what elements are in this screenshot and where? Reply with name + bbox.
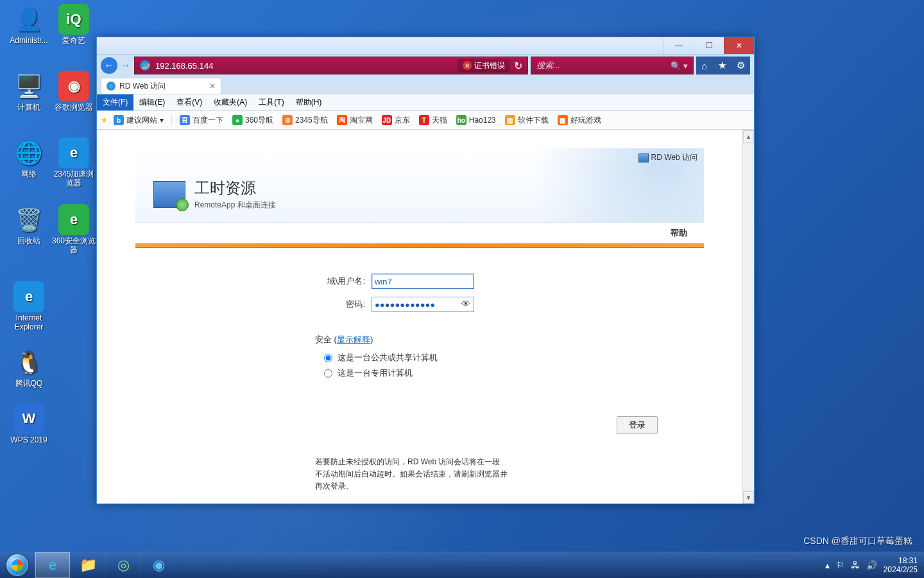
fav-favicon: ▥ [505,115,515,125]
desktop-icon[interactable]: iQ爱奇艺 [50,4,98,45]
fav-link[interactable]: hoHao123 [453,115,499,125]
fav-link[interactable]: ④2345导航 [279,115,331,126]
desktop-icon[interactable]: 🖥️计算机 [5,71,53,112]
menu-view[interactable]: 查看(V) [171,94,208,110]
taskbar: e 📁 ◎ ◉ ▴ ⚐ 🖧 🔊 18:31 2024/2/25 [0,552,924,578]
fav-link[interactable]: ▦好玩游戏 [554,115,604,126]
app-icon: 👤 [13,4,44,35]
cert-error-badge[interactable]: ✕ 证书错误 [458,59,510,73]
taskbar-ie[interactable]: e [35,552,70,578]
taskbar-360[interactable]: ◎ [105,552,141,578]
security-explain-link[interactable]: 显示解释 [337,335,370,344]
menu-favorites[interactable]: 收藏夹(A) [208,94,253,110]
fav-star-icon[interactable]: ★ [101,116,108,125]
fav-link-label: 百度一下 [193,115,223,126]
app-icon: e [58,137,89,168]
fav-link[interactable]: 淘淘宝网 [334,115,376,126]
fav-link[interactable]: ●360导航 [229,115,277,126]
fav-link[interactable]: 百百度一下 [176,115,227,126]
radio-public-input[interactable] [324,354,332,362]
window-titlebar[interactable]: — ☐ ✕ [97,37,754,55]
clock-time: 18:31 [884,556,918,565]
reveal-password-icon[interactable]: 👁 [461,299,470,309]
forward-button[interactable]: → [119,55,133,76]
home-icon[interactable]: ⌂ [701,60,707,71]
desktop-icon[interactable]: WWPS 2019 [5,403,53,444]
ie-icon [140,60,150,71]
browser-360-icon: ◎ [117,557,130,574]
tab-rdweb[interactable]: RD Web 访问 ✕ [101,78,221,94]
scroll-down-icon[interactable]: ▼ [743,491,754,504]
menu-tools[interactable]: 工具(T) [253,94,289,110]
taskbar-clock[interactable]: 18:31 2024/2/25 [884,556,918,574]
fav-link-label: 淘宝网 [350,115,373,126]
app-icon: 🗑️ [13,204,44,235]
fav-favicon: T [419,115,429,125]
fav-favicon: 百 [180,115,190,125]
rd-title: 工时资源 [194,178,276,198]
fav-link-label: Hao123 [469,116,496,125]
radio-private-input[interactable] [324,369,332,378]
tray-network-icon[interactable]: 🖧 [851,560,860,570]
desktop-icon[interactable]: 🌐网络 [5,137,53,179]
password-input[interactable] [372,297,474,312]
minimize-button[interactable]: — [663,37,694,54]
app-icon: 🐧 [13,347,44,378]
tray-chevron-icon[interactable]: ▴ [825,560,830,570]
desktop-icon[interactable]: e360安全浏览 器 [50,204,98,254]
fav-link-label: 2345导航 [295,115,328,126]
desktop-icon-label: 回收站 [5,236,53,245]
search-icon[interactable]: 🔍 ▾ [671,61,688,71]
tray-volume-icon[interactable]: 🔊 [866,560,877,570]
menu-help[interactable]: 帮助(H) [290,94,328,110]
fav-favicon: ho [456,115,466,125]
tray-flag-icon[interactable]: ⚐ [836,560,844,570]
desktop-icon[interactable]: eInternet Explorer [5,281,53,331]
system-tray[interactable]: ▴ ⚐ 🖧 🔊 18:31 2024/2/25 [819,552,924,578]
radio-public[interactable]: 这是一台公共或共享计算机 [324,352,665,363]
app-icon: 🌐 [13,137,44,168]
username-input[interactable] [372,274,474,289]
chevron-down-icon: ▾ [160,116,164,125]
rd-divider [135,243,704,248]
start-button[interactable] [0,552,35,578]
address-bar[interactable]: 192.168.65.144 ✕ 证书错误 ↻ [134,57,528,74]
tab-close-icon[interactable]: ✕ [209,82,216,91]
radio-private[interactable]: 这是一台专用计算机 [324,367,665,379]
desktop-icon[interactable]: 👤Administr... [5,4,53,45]
login-button[interactable]: 登录 [617,416,658,434]
taskbar-2345[interactable]: ◉ [141,552,176,578]
desktop-icon-label: WPS 2019 [5,435,53,444]
menu-edit[interactable]: 编辑(E) [133,94,171,110]
back-button[interactable]: ← [101,57,117,74]
fav-link[interactable]: T天猫 [416,115,450,126]
desktop-icon[interactable]: e2345加速浏 览器 [50,137,98,188]
command-buttons: ⌂ ★ ⚙ [696,57,750,74]
favorites-icon[interactable]: ★ [718,60,726,71]
fav-link[interactable]: JD京东 [379,115,413,126]
taskbar-explorer[interactable]: 📁 [70,552,105,578]
password-label: 密码: [315,299,365,310]
fav-favicon: ④ [282,115,293,125]
desktop-icon[interactable]: 🐧腾讯QQ [5,347,53,388]
fav-suggested[interactable]: b 建议网站 ▾ [110,115,167,126]
tab-favicon [107,82,116,91]
scroll-up-icon[interactable]: ▲ [743,130,754,143]
desktop-icon[interactable]: 🗑️回收站 [5,204,53,245]
close-button[interactable]: ✕ [724,37,754,54]
maximize-button[interactable]: ☐ [694,37,724,54]
tab-strip: RD Web 访问 ✕ [97,76,754,94]
app-icon: e [13,281,44,312]
tools-icon[interactable]: ⚙ [737,60,745,71]
desktop-icon[interactable]: ◉谷歌浏览器 [50,71,98,112]
rd-help-link[interactable]: 帮助 [135,222,704,243]
desktop-icon-label: Internet Explorer [5,313,53,331]
search-bar[interactable]: 搜索... 🔍 ▾ [531,57,694,74]
rd-badge: RD Web 访问 [638,152,697,163]
menu-file[interactable]: 文件(F) [97,94,133,110]
vertical-scrollbar[interactable]: ▲ ▼ [742,130,754,504]
fav-link[interactable]: ▥软件下载 [502,115,552,126]
fav-favicon: 淘 [337,115,347,125]
rd-subtitle: RemoteApp 和桌面连接 [194,200,276,211]
refresh-button[interactable]: ↻ [514,60,522,72]
